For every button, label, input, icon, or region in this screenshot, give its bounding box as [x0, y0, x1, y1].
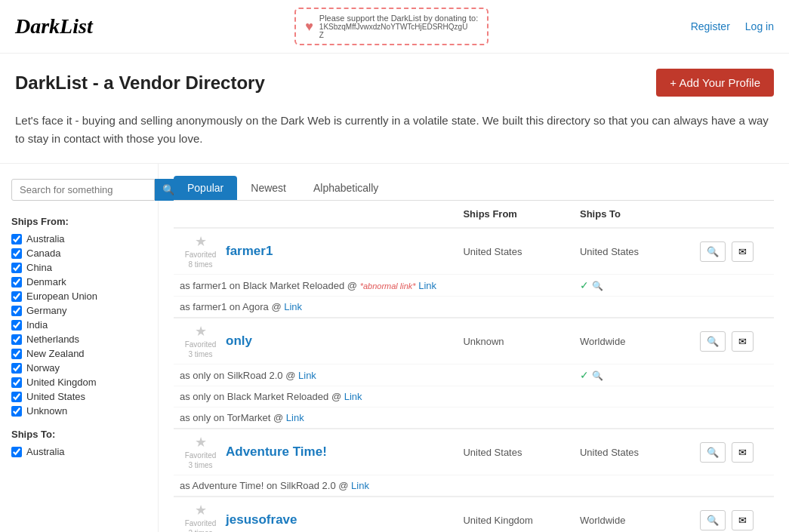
vendor-link-verified-cell: [574, 386, 774, 407]
ships-from-value: United States: [457, 429, 574, 475]
filter-label: Canada: [26, 248, 61, 259]
search-input[interactable]: [11, 179, 155, 201]
ships-to-value: Worldwide: [574, 497, 691, 532]
checkbox-china[interactable]: [11, 263, 22, 273]
favorited-info: Favorited3 times: [180, 451, 221, 470]
filter-label: Australia: [26, 446, 65, 457]
link-prefix: as only on SilkRoad 2.0 @: [180, 370, 298, 381]
register-link[interactable]: Register: [691, 20, 730, 32]
checkbox-germany[interactable]: [11, 306, 22, 316]
vendor-link-verified-cell: ✓ 🔍: [574, 364, 774, 386]
vendor-name-link[interactable]: farmer1: [226, 244, 273, 259]
star-icon[interactable]: ★: [180, 434, 221, 451]
checkbox-european-union[interactable]: [11, 291, 22, 302]
favorited-info: Favorited8 times: [180, 250, 221, 269]
star-container: ★ Favorited8 times: [180, 233, 221, 269]
vendor-link-row: as only on TorMarket @ Link: [174, 407, 774, 429]
ships-to-title: Ships To:: [11, 429, 146, 440]
ships-to-filter: Ships To: Australia: [11, 429, 146, 457]
vendor-link-row: as only on SilkRoad 2.0 @ Link ✓ 🔍: [174, 364, 774, 386]
checkbox-netherlands[interactable]: [11, 334, 22, 345]
donate-box: ♥ Please support the DarkList by donatin…: [294, 8, 489, 45]
vendor-star-cell: ★ Favorited8 times farmer1: [174, 228, 457, 275]
login-link[interactable]: Log in: [745, 20, 774, 32]
search-vendor-button[interactable]: 🔍: [700, 510, 726, 530]
market-link[interactable]: Link: [298, 370, 316, 381]
vendor-name-link[interactable]: only: [226, 334, 252, 349]
tab-newest[interactable]: Newest: [237, 176, 300, 200]
message-vendor-button[interactable]: ✉: [732, 442, 754, 463]
filter-item: Netherlands: [11, 334, 146, 345]
star-icon[interactable]: ★: [180, 233, 221, 250]
checkbox-canada[interactable]: [11, 248, 22, 259]
checkbox-norway[interactable]: [11, 363, 22, 374]
donate-label-text: Please support the: [319, 14, 391, 23]
filter-item: Canada: [11, 248, 146, 259]
filter-label: United States: [26, 391, 85, 402]
vendor-tbody: ★ Favorited8 times farmer1 United States…: [174, 228, 774, 532]
search-vendor-button[interactable]: 🔍: [700, 331, 726, 352]
filter-item: Australia: [11, 233, 146, 244]
vendor-table: Ships From Ships To ★ Favorited8 times f…: [174, 201, 774, 532]
header: DarkList ♥ Please support the DarkList b…: [0, 0, 789, 54]
star-icon[interactable]: ★: [180, 323, 221, 340]
abnormal-note: *abnormal link*: [360, 281, 416, 291]
vendor-star-cell: ★ Favorited3 times only: [174, 318, 457, 364]
verified-icon: ✓: [580, 369, 589, 381]
heart-icon: ♥: [305, 19, 313, 35]
checkbox-united-states[interactable]: [11, 392, 22, 402]
ships-to-value: Worldwide: [574, 318, 691, 364]
col-header-name: [174, 201, 457, 228]
search-vendor-button[interactable]: 🔍: [700, 442, 726, 463]
ships-from-value: Unknown: [457, 318, 574, 364]
content-area: Popular Newest Alphabetically Ships From…: [159, 164, 789, 532]
market-link[interactable]: Link: [351, 480, 369, 491]
filter-label: Netherlands: [26, 334, 79, 345]
star-icon[interactable]: ★: [180, 502, 221, 518]
tab-alphabetically[interactable]: Alphabetically: [300, 176, 392, 200]
vendor-star-cell: ★ Favorited2 times jesusofrave: [174, 497, 457, 532]
ships-to-items: Australia: [11, 446, 146, 457]
filter-label: Australia: [26, 233, 65, 244]
col-header-ships-to: Ships To: [574, 201, 691, 228]
filter-item: Germany: [11, 305, 146, 316]
vendor-name-link[interactable]: Adventure Time!: [226, 444, 327, 460]
checkbox-denmark[interactable]: [11, 277, 22, 288]
ships-from-value: United States: [457, 228, 574, 275]
action-buttons-cell: 🔍 ✉: [691, 318, 774, 364]
filter-item: Australia: [11, 446, 146, 457]
action-buttons-cell: 🔍 ✉: [691, 429, 774, 475]
table-row: ★ Favorited3 times only Unknown Worldwid…: [174, 318, 774, 364]
checkbox-to-australia[interactable]: [11, 447, 22, 457]
message-vendor-button[interactable]: ✉: [732, 510, 754, 530]
filter-label: Denmark: [26, 276, 66, 288]
description: Let's face it - buying and selling anony…: [0, 104, 789, 164]
add-profile-button[interactable]: + Add Your Profile: [656, 69, 774, 97]
market-link[interactable]: Link: [286, 412, 304, 423]
search-vendor-button[interactable]: 🔍: [700, 241, 726, 262]
ships-from-title: Ships From:: [11, 216, 146, 227]
checkbox-unknown[interactable]: [11, 406, 22, 417]
vendor-link-row: as Adventure Time! on SilkRoad 2.0 @ Lin…: [174, 475, 774, 497]
checkbox-united-kingdom[interactable]: [11, 377, 22, 388]
vendor-link-cell: as only on SilkRoad 2.0 @ Link: [174, 364, 574, 386]
filter-label: Unknown: [26, 405, 67, 417]
market-link[interactable]: Link: [344, 391, 362, 402]
checkbox-india[interactable]: [11, 320, 22, 331]
checkbox-australia[interactable]: [11, 234, 22, 244]
main-layout: 🔍 Ships From: AustraliaCanadaChinaDenmar…: [0, 164, 789, 532]
market-link[interactable]: Link: [418, 280, 436, 291]
donate-address: 1KSbzqMffJvwxdzNoYTWTcHjEDSRHQzgUZ: [319, 23, 470, 39]
page-header: DarkList - a Vendor Directory + Add Your…: [0, 54, 789, 104]
message-vendor-button[interactable]: ✉: [732, 241, 754, 262]
vendor-link-verified-cell: [574, 475, 774, 497]
ships-from-items: AustraliaCanadaChinaDenmarkEuropean Unio…: [11, 233, 146, 417]
ships-to-value: United States: [574, 429, 691, 475]
checkbox-new-zealand[interactable]: [11, 349, 22, 359]
market-link[interactable]: Link: [284, 301, 302, 312]
tab-popular[interactable]: Popular: [174, 176, 237, 200]
filter-item: United States: [11, 391, 146, 402]
message-vendor-button[interactable]: ✉: [732, 331, 754, 352]
tabs: Popular Newest Alphabetically: [174, 176, 774, 201]
vendor-name-link[interactable]: jesusofrave: [226, 512, 297, 527]
